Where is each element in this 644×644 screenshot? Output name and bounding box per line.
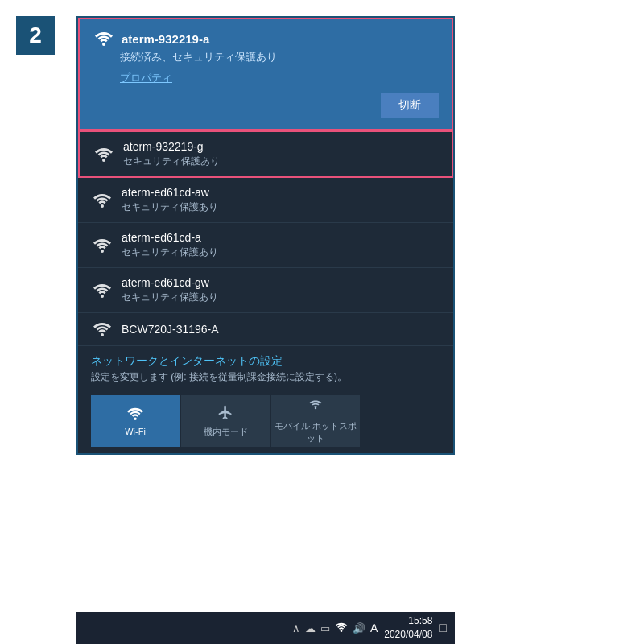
step-number-badge: 2 bbox=[16, 16, 55, 55]
network-info-3: aterm-ed61cd-gw セキュリティ保護あり bbox=[122, 276, 218, 304]
taskbar-notification-icon[interactable]: □ bbox=[439, 621, 447, 635]
network-info-1: aterm-ed61cd-aw セキュリティ保護あり bbox=[122, 186, 218, 214]
network-name-2: aterm-ed61cd-a bbox=[122, 231, 218, 244]
toggle-button-1[interactable]: 機内モード bbox=[181, 395, 270, 447]
toggle-icon-0 bbox=[126, 407, 144, 423]
network-info-4: BCW720J-31196-A bbox=[122, 323, 219, 336]
taskbar-wifi-icon bbox=[335, 621, 348, 635]
network-name-0: aterm-932219-g bbox=[123, 140, 220, 153]
network-security-0: セキュリティ保護あり bbox=[123, 155, 220, 168]
wifi-icon-4 bbox=[91, 321, 114, 337]
properties-link[interactable]: プロパティ bbox=[120, 71, 439, 85]
toggle-label-1: 機内モード bbox=[204, 426, 248, 438]
taskbar-ime-icon[interactable]: A bbox=[370, 621, 378, 634]
wifi-icon-2 bbox=[91, 237, 114, 254]
taskbar-cloud-icon: ☁ bbox=[305, 622, 316, 634]
svg-point-5 bbox=[101, 333, 104, 336]
disconnect-button[interactable]: 切断 bbox=[381, 93, 439, 118]
toggle-button-0[interactable]: Wi-Fi bbox=[91, 395, 180, 447]
settings-area: ネットワークとインターネットの設定 設定を変更します (例: 接続を従量制課金接… bbox=[78, 346, 453, 389]
network-settings-link[interactable]: ネットワークとインターネットの設定 bbox=[91, 354, 440, 369]
taskbar-datetime[interactable]: 15:58 2020/04/08 bbox=[384, 614, 432, 642]
svg-point-2 bbox=[101, 204, 104, 208]
taskbar-system-icons: ∧ ☁ ▭ 🔊 A bbox=[292, 621, 378, 635]
network-list-item[interactable]: aterm-932219-g セキュリティ保護あり bbox=[78, 130, 453, 178]
connected-status-text: 接続済み、セキュリティ保護あり bbox=[120, 50, 439, 64]
svg-point-4 bbox=[101, 295, 104, 298]
toggle-label-2: モバイル ホットスポット bbox=[271, 420, 360, 444]
wifi-icon-1 bbox=[91, 192, 114, 208]
svg-point-7 bbox=[341, 630, 343, 632]
wifi-icon-0 bbox=[93, 147, 115, 163]
taskbar-battery-icon: ▭ bbox=[320, 622, 330, 634]
connected-network-name: aterm-932219-a bbox=[122, 32, 209, 46]
network-list-item[interactable]: BCW720J-31196-A bbox=[78, 313, 453, 346]
network-list-item[interactable]: aterm-ed61cd-a セキュリティ保護あり bbox=[78, 223, 453, 268]
network-info-0: aterm-932219-g セキュリティ保護あり bbox=[123, 140, 220, 168]
toggle-icon-2 bbox=[308, 398, 324, 417]
quick-toggles-bar: Wi-Fi 機内モード モバイル ホットスポット bbox=[78, 389, 453, 453]
network-list: aterm-932219-g セキュリティ保護あり aterm-ed61cd-a… bbox=[78, 130, 453, 346]
taskbar-volume-icon[interactable]: 🔊 bbox=[353, 622, 365, 634]
network-info-2: aterm-ed61cd-a セキュリティ保護あり bbox=[122, 231, 218, 259]
toggle-label-0: Wi-Fi bbox=[125, 427, 146, 436]
toggle-icon-1 bbox=[217, 404, 233, 423]
svg-point-3 bbox=[101, 250, 104, 253]
network-settings-desc: 設定を変更します (例: 接続を従量制課金接続に設定する)。 bbox=[91, 370, 440, 384]
taskbar: ∧ ☁ ▭ 🔊 A 15:58 2020/04/08 □ bbox=[76, 612, 455, 644]
network-list-item[interactable]: aterm-ed61cd-aw セキュリティ保護あり bbox=[78, 178, 453, 223]
connected-network-item[interactable]: aterm-932219-a 接続済み、セキュリティ保護あり プロパティ 切断 bbox=[78, 18, 453, 130]
network-list-item[interactable]: aterm-ed61cd-gw セキュリティ保護あり bbox=[78, 268, 453, 313]
connected-network-name-row: aterm-932219-a bbox=[93, 31, 439, 47]
network-name-1: aterm-ed61cd-aw bbox=[122, 186, 218, 199]
network-security-3: セキュリティ保護あり bbox=[122, 291, 218, 304]
network-security-1: セキュリティ保護あり bbox=[122, 200, 218, 214]
taskbar-time-value: 15:58 bbox=[408, 614, 432, 628]
network-name-4: BCW720J-31196-A bbox=[122, 323, 219, 336]
wifi-icon-3 bbox=[91, 283, 114, 299]
wifi-panel: aterm-932219-a 接続済み、セキュリティ保護あり プロパティ 切断 … bbox=[76, 16, 455, 455]
svg-point-0 bbox=[102, 43, 105, 46]
network-security-2: セキュリティ保護あり bbox=[122, 246, 218, 259]
taskbar-uparrow-icon[interactable]: ∧ bbox=[292, 622, 300, 634]
taskbar-date-value: 2020/04/08 bbox=[384, 628, 432, 642]
svg-point-1 bbox=[102, 159, 105, 162]
toggle-button-2[interactable]: モバイル ホットスポット bbox=[271, 395, 360, 447]
wifi-icon-connected bbox=[93, 31, 115, 47]
network-name-3: aterm-ed61cd-gw bbox=[122, 276, 218, 289]
svg-point-6 bbox=[134, 417, 137, 420]
